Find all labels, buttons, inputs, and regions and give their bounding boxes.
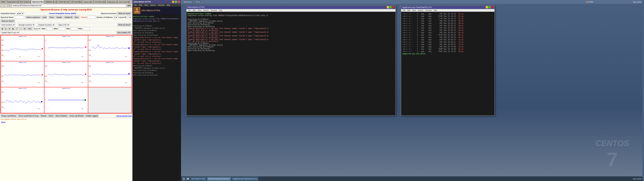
menu-terminal[interactable]: Terminal	[158, 4, 165, 6]
menu-file[interactable]: File	[134, 4, 137, 6]
aida-maximize-btn[interactable]	[390, 6, 392, 8]
file-menu-search[interactable]: Search	[417, 9, 424, 12]
channel-input[interactable]	[88, 16, 96, 19]
control-row-update: Update Rate (4 sec) Auto Update OFF	[0, 31, 132, 34]
tab-experiment[interactable]: Experiment Contr...✕	[6, 0, 19, 4]
back-button[interactable]: ←	[1, 4, 4, 7]
aida-menu-view[interactable]: View	[197, 9, 202, 12]
midas-menubar: File Edit View Search Terminal Help	[132, 4, 181, 6]
file-window-menubar: File Edit View Search Terminal Help	[401, 9, 494, 12]
aida-menu-file[interactable]: File	[187, 9, 192, 12]
reload-button[interactable]: ↻	[8, 4, 11, 7]
empty-log-btn[interactable]: Empty Log Window	[0, 114, 17, 117]
tab-aida[interactable]: AIDA✕	[0, 0, 6, 4]
enable-logging-btn[interactable]: Enable Logging	[85, 114, 99, 117]
maximize-btn[interactable]: □	[175, 1, 177, 3]
aida-menu-help[interactable]: Help	[218, 9, 223, 12]
forward-button[interactable]: →	[4, 4, 8, 7]
places-btn[interactable]: Places	[194, 0, 202, 4]
tags-fits-select[interactable]: Tags & Fits	[58, 23, 70, 26]
tab-control[interactable]: Control @ carme...✕	[57, 0, 70, 4]
all-btn[interactable]: all	[23, 27, 26, 30]
home-link[interactable]: Home	[1, 121, 6, 123]
taskbar-icon-2[interactable]: 📁	[186, 177, 190, 180]
ymax-input[interactable]: 0	[83, 27, 90, 30]
send-log-btn[interactable]: Send Log Window to ELog	[18, 114, 39, 117]
taskbar-aida-btn[interactable]: AIDA MIDAS HTTPd	[190, 177, 206, 181]
tab-temperature[interactable]: Temperature and ...✕	[106, 0, 118, 4]
aida-menu-terminal[interactable]: Terminal	[210, 9, 218, 12]
ymin-input[interactable]: 7000	[70, 27, 77, 30]
file-minimize-btn[interactable]	[486, 6, 488, 8]
what-are-these2-btn[interactable]: What are these?	[1, 20, 15, 22]
file-menu-view[interactable]: View	[412, 9, 417, 12]
taskbar-spectrum-btn[interactable]: Spectrum Browser @ carme-g...	[207, 177, 231, 181]
show-log-btn[interactable]: Show Log Window	[68, 114, 84, 117]
taskbar-icon-1[interactable]: ⚙	[182, 177, 186, 180]
auto-update-btn[interactable]: Auto Update OFF	[116, 31, 132, 34]
aida-close-btn[interactable]	[392, 6, 394, 8]
zero-btn[interactable]: Zero	[74, 16, 79, 19]
menu-help[interactable]: Help	[166, 4, 170, 6]
layout-id-select[interactable]: ?	[127, 16, 132, 19]
menu-view[interactable]: View	[144, 4, 148, 6]
multi-btn[interactable]: multi	[42, 16, 47, 19]
tab-gsi[interactable]: GSI White Rabbit ...✕	[94, 0, 106, 4]
tab-system[interactable]: System wide Ch...✕	[82, 0, 94, 4]
view-functions-select[interactable]: View functions	[1, 23, 15, 26]
close-btn[interactable]: ✕	[178, 1, 180, 3]
what-are-these3-btn[interactable]: What are these?	[118, 23, 132, 26]
aida-window-content: RunControlClient loaded Completed custom…	[186, 12, 396, 115]
xmax-input[interactable]: 1019	[58, 27, 65, 30]
aida-menu-search[interactable]: Search	[202, 9, 210, 12]
spectrum-name-input[interactable]: 1.6 W	[14, 16, 24, 19]
file-menu-help[interactable]: Help	[433, 9, 438, 12]
select-spectrum-btn[interactable]: Select a spectrum	[26, 16, 41, 19]
aida-minimize-btn[interactable]	[387, 6, 389, 8]
tab-spectrum[interactable]: Spectrum Browsi...✕	[31, 0, 44, 4]
aida-menu-edit[interactable]: Edit	[192, 9, 196, 12]
file-close-btn[interactable]	[491, 6, 494, 8]
what-are-these-btn[interactable]: What are these?	[118, 12, 132, 15]
new-btn[interactable]: new	[27, 27, 32, 30]
how-to-link[interactable]: How to use this page	[116, 115, 132, 117]
update-btn[interactable]: Update	[56, 16, 63, 19]
arrange-functions-select[interactable]: Arrange functions	[18, 23, 35, 26]
file-maximize-btn[interactable]	[488, 6, 491, 8]
minimize-btn[interactable]: _	[172, 1, 174, 3]
analysis-functions-select[interactable]: Analysis functions	[38, 23, 55, 26]
file-menu-terminal[interactable]: Terminal	[424, 9, 432, 12]
applications-btn[interactable]: Applications	[182, 0, 194, 4]
reset-btn[interactable]: Reset	[48, 114, 54, 117]
show-variables-btn[interactable]: Show Variables	[54, 114, 68, 117]
taskbar-file-btn[interactable]: npg@carme-gsi:/TapeData/G22-201	[232, 177, 258, 181]
tab-led[interactable]: LED and Wavefor...✕	[70, 0, 82, 4]
nav-up-btn[interactable]: ▲	[4, 27, 8, 30]
scale-select[interactable]: linearlog	[33, 27, 41, 30]
nav-left-btn[interactable]: ◀	[1, 27, 4, 30]
svg-text:-1: -1	[45, 55, 46, 56]
file-menu-edit[interactable]: Edit	[406, 9, 411, 12]
nav-out-btn[interactable]: -	[19, 27, 22, 30]
show-btn[interactable]: Show	[49, 16, 55, 19]
reload-btn[interactable]: Reload	[40, 114, 47, 117]
file-menu-file[interactable]: File	[402, 9, 406, 12]
acquisition-select[interactable]: aida5	[16, 12, 24, 15]
midas-panel: AIDA MIDAS HTTPd _ □ ✕ File Edit View Se…	[132, 0, 181, 181]
aida-log-13: loading Spectrum.tcl > can not find chan…	[188, 35, 394, 37]
menu-search[interactable]: Search	[150, 4, 156, 6]
num-galleries-select[interactable]: 964	[113, 16, 118, 19]
update-all-btn[interactable]: Update All	[64, 16, 73, 19]
tab-new[interactable]: +	[129, 0, 132, 4]
nav-down-btn[interactable]: ▼	[8, 27, 11, 30]
xmin-input[interactable]: 0	[46, 27, 53, 30]
chart-title-3: aida91 1.6 W	[88, 35, 132, 37]
tab-statistics[interactable]: Statistics @ carm...✕	[44, 0, 57, 4]
nav-right-btn[interactable]: ▶	[12, 27, 15, 30]
url-input[interactable]: localhost:8015/Spectrum/Spectrum.tml	[12, 4, 126, 7]
nav-in-btn[interactable]: +	[16, 27, 18, 30]
update-rate-select[interactable]: Update Rate (4 sec)	[1, 31, 20, 34]
tab-runcontrol[interactable]: Run Control @ c...✕	[19, 0, 31, 4]
menu-edit[interactable]: Edit	[138, 4, 142, 6]
tab-asic[interactable]: ASIC Control @ c...✕	[118, 0, 129, 4]
